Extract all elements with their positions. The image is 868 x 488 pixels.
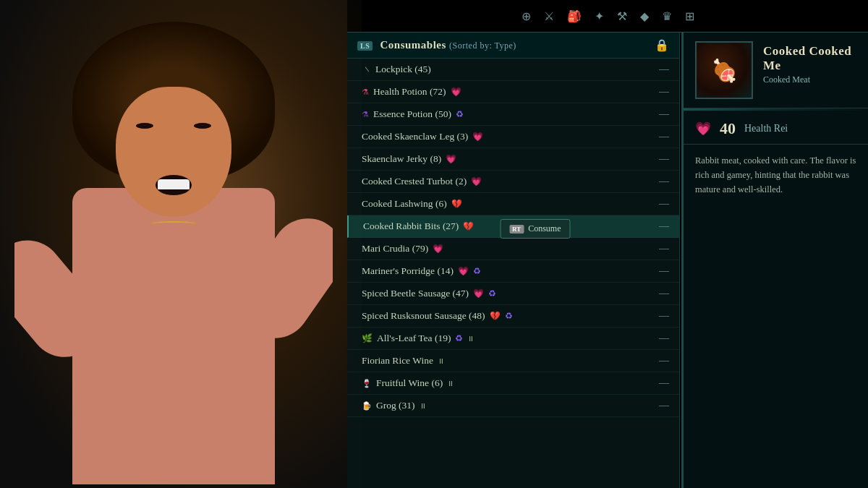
item-name: Skaenclaw Jerky (8) 💗 <box>362 153 653 165</box>
item-dash: — <box>659 108 669 120</box>
item-text: All's-Leaf Tea (19) <box>377 333 451 344</box>
list-item[interactable]: Cooked Crested Turbot (2) 💗 — <box>347 171 679 193</box>
item-dash: — <box>659 355 669 367</box>
heart-icon: 💗 <box>433 244 443 254</box>
item-dash: — <box>659 198 669 210</box>
map-icon[interactable]: ⊞ <box>685 9 694 23</box>
inventory-icon[interactable]: 🎒 <box>567 9 582 23</box>
detail-stats: 💗 40 Health Rei <box>684 111 868 145</box>
potion-icon: ⚗ <box>362 87 369 97</box>
essence-icon: ♻ <box>505 311 513 322</box>
item-name: Spiced Beetle Sausage (47) 💗 ♻ <box>362 288 653 299</box>
lock-icon[interactable]: 🔒 <box>655 38 669 52</box>
item-name: ⚗ Essence Potion (50) ♻ <box>362 108 653 120</box>
gem-icon[interactable]: ◆ <box>640 9 649 23</box>
item-name: ⚗ Health Potion (72) 💗 <box>362 86 653 98</box>
game-ui: ⊕ ⚔ 🎒 ✦ ⚒ ◆ ♛ ⊞ LS Consumables (Sorted b… <box>347 0 868 488</box>
list-item[interactable]: Cooked Lashwing (6) 💔 — <box>347 193 679 215</box>
detail-panel: 🍖 Cooked Cooked Me Cooked Meat 💗 40 Heal… <box>681 33 868 488</box>
main-content: LS Consumables (Sorted by: Type) 🔒 ⟍ Loc… <box>347 33 868 488</box>
item-text: Cooked Skaenclaw Leg (3) <box>362 131 468 142</box>
food-icon: ⏸ <box>447 380 454 388</box>
icon-bar: ⊕ ⚔ 🎒 ✦ ⚒ ◆ ♛ ⊞ <box>347 0 868 33</box>
essence-potion-icon: ⚗ <box>362 110 369 119</box>
item-name: 🌿 All's-Leaf Tea (19) ♻ ⏸ <box>362 333 653 344</box>
essence-icon: ♻ <box>456 109 464 120</box>
thumbnail-image: 🍖 <box>711 58 738 83</box>
item-text: Skaenclaw Jerky (8) <box>362 153 441 165</box>
food-icon: ⏸ <box>467 335 475 343</box>
item-dash: — <box>659 265 669 277</box>
inventory-panel: LS Consumables (Sorted by: Type) 🔒 ⟍ Loc… <box>347 33 680 488</box>
skills-icon[interactable]: ✦ <box>595 9 604 23</box>
crown-icon[interactable]: ♛ <box>662 9 672 23</box>
heart-icon: 💗 <box>446 154 456 165</box>
detail-description: Rabbit meat, cooked with care. The flavo… <box>684 145 868 205</box>
item-name: Mariner's Porridge (14) 💗 ♻ <box>362 265 653 277</box>
list-item[interactable]: ⚗ Health Potion (72) 💗 — <box>347 81 679 103</box>
item-dash: — <box>659 131 669 142</box>
food-icon: ⏸ <box>420 402 427 410</box>
item-dash: — <box>659 64 669 75</box>
item-text: Cooked Rabbit Bits (27) <box>363 221 459 232</box>
rt-badge: RT <box>509 225 524 234</box>
list-item[interactable]: Spiced Beetle Sausage (47) 💗 ♻ — <box>347 283 679 305</box>
essence-icon: ♻ <box>455 333 463 344</box>
item-text: Fiorian Rice Wine <box>362 355 433 367</box>
face <box>116 87 231 217</box>
item-name: 🍷 Fruitful Wine (6) ⏸ <box>362 377 653 389</box>
sword-icon[interactable]: ⚔ <box>544 9 554 23</box>
item-text: Fruitful Wine (6) <box>376 377 443 389</box>
inventory-list: ⟍ Lockpick (45) — ⚗ Health Potion (72) 💗… <box>347 59 679 488</box>
heart-icon: 💗 <box>472 132 483 142</box>
item-dash: — <box>659 333 669 344</box>
list-item[interactable]: 🍺 Grog (31) ⏸ — <box>347 395 679 417</box>
item-text: Lockpick (45) <box>375 64 431 75</box>
list-item[interactable]: 🌿 All's-Leaf Tea (19) ♻ ⏸ — <box>347 328 679 350</box>
item-name: Cooked Skaenclaw Leg (3) 💗 <box>362 131 653 142</box>
item-dash: — <box>659 400 669 411</box>
inventory-title-text: Consumables <box>380 39 446 51</box>
inventory-header: LS Consumables (Sorted by: Type) 🔒 <box>347 33 679 59</box>
list-item[interactable]: Mari Crudia (79) 💗 — <box>347 238 679 260</box>
item-dash: — <box>659 377 669 389</box>
item-dash: — <box>659 176 669 187</box>
leaf-icon: 🌿 <box>362 333 373 344</box>
character-icon[interactable]: ⊕ <box>522 9 531 23</box>
list-item[interactable]: Skaenclaw Jerky (8) 💗 — <box>347 148 679 171</box>
item-text: Health Potion (72) <box>373 86 446 98</box>
heart-icon: 💗 <box>458 266 469 277</box>
stat-label: Health Rei <box>744 123 788 134</box>
sorted-by: (Sorted by: Type) <box>449 40 516 51</box>
detail-title-area: Cooked Cooked Me Cooked Meat <box>763 41 856 85</box>
inventory-title: LS Consumables (Sorted by: Type) <box>357 39 516 51</box>
grog-icon: 🍺 <box>362 401 372 411</box>
list-item[interactable]: 🍷 Fruitful Wine (6) ⏸ — <box>347 372 679 395</box>
item-dash: — <box>659 310 669 322</box>
broken-heart-icon: 💔 <box>490 311 501 322</box>
detail-item-name: Cooked Cooked Me <box>763 44 856 73</box>
list-item[interactable]: ⚗ Essence Potion (50) ♻ — <box>347 103 679 126</box>
list-item[interactable]: Fiorian Rice Wine ⏸ — <box>347 350 679 372</box>
item-name: Cooked Crested Turbot (2) 💗 <box>362 176 653 187</box>
consume-label: Consume <box>528 223 561 234</box>
consume-tooltip: RT Consume <box>500 219 571 239</box>
list-item-selected[interactable]: Cooked Rabbit Bits (27) 💔 — RT Consume <box>347 215 679 238</box>
broken-heart-icon: 💔 <box>451 199 462 210</box>
item-name: Mari Crudia (79) 💗 <box>362 243 653 254</box>
list-item[interactable]: ⟍ Lockpick (45) — <box>347 59 679 81</box>
list-item[interactable]: Spiced Rusksnout Sausage (48) 💔 ♻ — <box>347 305 679 328</box>
person-figure <box>14 22 333 484</box>
stat-value: 40 <box>720 119 736 138</box>
essence-icon: ♻ <box>488 288 496 299</box>
detail-item-subtitle: Cooked Meat <box>763 74 856 85</box>
list-item[interactable]: Mariner's Porridge (14) 💗 ♻ — <box>347 260 679 283</box>
item-text: Cooked Crested Turbot (2) <box>362 176 467 187</box>
item-text: Essence Potion (50) <box>373 108 451 120</box>
anvil-icon[interactable]: ⚒ <box>617 9 627 23</box>
item-dash: — <box>659 153 669 165</box>
item-name: Fiorian Rice Wine ⏸ <box>362 355 653 367</box>
list-item[interactable]: Cooked Skaenclaw Leg (3) 💗 — <box>347 126 679 148</box>
item-thumbnail: 🍖 <box>695 41 753 99</box>
wine-icon: 🍷 <box>362 379 372 388</box>
